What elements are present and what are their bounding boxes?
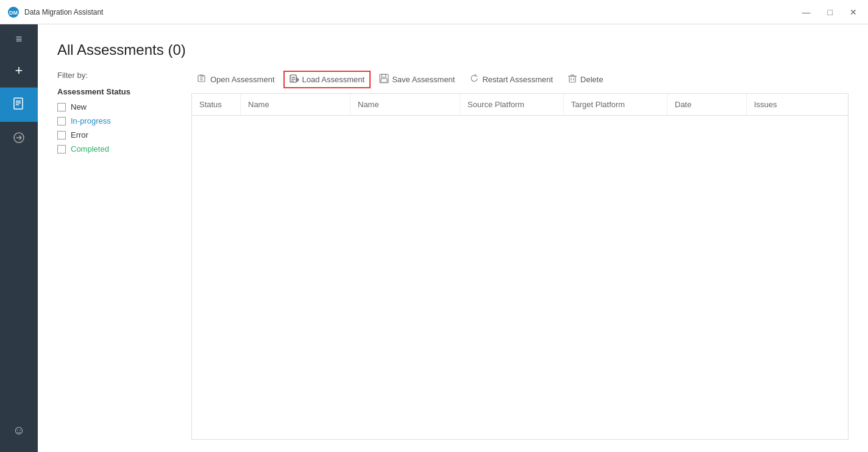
migration-icon — [12, 131, 26, 147]
sidebar: ≡ + ☺ — [0, 24, 38, 452]
col-status: Status — [192, 94, 241, 115]
delete-icon — [567, 74, 577, 85]
main-content: All Assessments (0) Filter by: Assessmen… — [38, 24, 868, 452]
restart-assessment-icon — [469, 74, 479, 85]
feedback-button[interactable]: ☺ — [0, 415, 38, 445]
col-name-1: Name — [241, 94, 350, 115]
open-assessment-button[interactable]: Open Assessment — [191, 71, 281, 88]
filter-by-label: Filter by: — [57, 71, 179, 80]
filter-item-error[interactable]: Error — [57, 130, 179, 139]
filter-panel: Filter by: Assessment Status New In-prog… — [57, 71, 191, 440]
save-assessment-button[interactable]: Save Assessment — [373, 71, 461, 88]
filter-item-inprogress[interactable]: In-progress — [57, 116, 179, 125]
filter-label-new: New — [71, 102, 87, 111]
col-date: Date — [667, 94, 747, 115]
page-title: All Assessments (0) — [57, 41, 848, 58]
checkbox-error[interactable] — [57, 131, 66, 139]
app-title: Data Migration Assistant — [24, 8, 103, 16]
open-assessment-label: Open Assessment — [210, 75, 275, 84]
app-body: ≡ + ☺ — [0, 24, 868, 452]
maximize-button[interactable]: □ — [824, 7, 836, 18]
assessment-status-label: Assessment Status — [57, 87, 179, 96]
main-layout: Filter by: Assessment Status New In-prog… — [57, 71, 848, 440]
data-table: Status Name Name Source Platform Target … — [191, 93, 848, 440]
filter-label-error: Error — [71, 130, 88, 139]
checkbox-inprogress[interactable] — [57, 117, 66, 125]
title-bar-controls: — □ ✕ — [799, 7, 861, 18]
table-body — [192, 116, 848, 439]
restart-assessment-button[interactable]: Restart Assessment — [463, 71, 559, 88]
plus-icon: + — [15, 63, 23, 79]
col-issues: Issues — [747, 94, 820, 115]
svg-text:DM: DM — [9, 10, 18, 16]
close-button[interactable]: ✕ — [846, 7, 861, 18]
smiley-icon: ☺ — [13, 423, 25, 437]
filter-label-inprogress: In-progress — [71, 116, 111, 125]
sidebar-item-assessments[interactable] — [0, 88, 38, 122]
sidebar-add-button[interactable]: + — [0, 54, 38, 88]
filter-item-completed[interactable]: Completed — [57, 144, 179, 154]
toolbar: Open Assessment — [191, 71, 848, 88]
filter-item-new[interactable]: New — [57, 102, 179, 111]
checkbox-completed[interactable] — [57, 145, 66, 154]
table-header: Status Name Name Source Platform Target … — [192, 94, 848, 116]
load-assessment-label: Load Assessment — [302, 75, 365, 84]
load-assessment-icon — [290, 74, 299, 85]
sidebar-item-migration[interactable] — [0, 122, 38, 156]
delete-label: Delete — [580, 75, 603, 84]
app-logo: DM — [7, 6, 20, 18]
save-assessment-icon — [379, 74, 389, 85]
filter-label-completed: Completed — [71, 144, 109, 154]
assessment-icon — [12, 97, 26, 113]
load-assessment-button[interactable]: Load Assessment — [283, 71, 371, 88]
delete-button[interactable]: Delete — [561, 71, 610, 88]
svg-rect-17 — [381, 79, 387, 82]
checkbox-new[interactable] — [57, 103, 66, 111]
minimize-button[interactable]: — — [799, 7, 814, 18]
col-name-2: Name — [350, 94, 460, 115]
title-bar-left: DM Data Migration Assistant — [7, 6, 103, 18]
svg-rect-2 — [14, 98, 23, 109]
svg-rect-16 — [382, 74, 386, 77]
sidebar-menu-button[interactable]: ≡ — [0, 24, 38, 54]
restart-assessment-label: Restart Assessment — [482, 75, 553, 84]
save-assessment-label: Save Assessment — [392, 75, 455, 84]
col-source-platform: Source Platform — [460, 94, 564, 115]
open-assessment-icon — [197, 74, 207, 85]
sidebar-bottom: ☺ — [0, 415, 38, 445]
table-area: Open Assessment — [191, 71, 848, 440]
hamburger-icon: ≡ — [16, 33, 23, 46]
svg-rect-18 — [569, 76, 575, 82]
title-bar: DM Data Migration Assistant — □ ✕ — [0, 0, 868, 24]
col-target-platform: Target Platform — [564, 94, 667, 115]
